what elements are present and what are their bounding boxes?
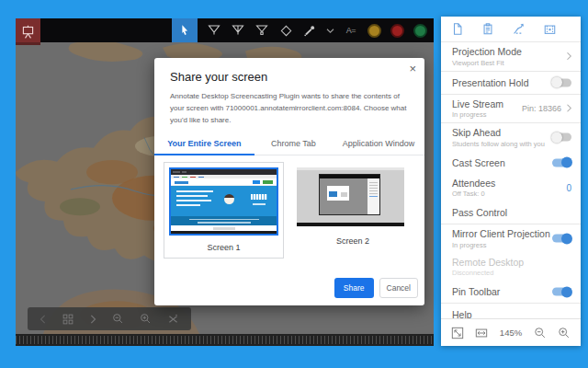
background-frame: A= [0, 0, 588, 368]
pin-toolbar-toggle[interactable] [552, 288, 571, 296]
fit-width-button[interactable] [475, 327, 488, 339]
color-red-button[interactable] [390, 24, 404, 38]
marker-tool-button[interactable] [254, 23, 269, 38]
draw-tool-button[interactable] [302, 23, 317, 38]
item-label: Remote Desktop [452, 258, 570, 268]
item-label: Pass Control [452, 208, 570, 218]
mirror-client-projection-toggle[interactable] [552, 235, 571, 243]
pen-nib-square-icon [254, 23, 269, 38]
sidebar-item-presentation-hold[interactable]: Presentation Hold [441, 72, 581, 94]
sidebar-item-skip-ahead[interactable]: Skip Ahead Students follow along with yo… [441, 123, 581, 152]
screen-options: Screen 1 Screen 2 [164, 162, 424, 259]
sidebar-item-pin-toolbar[interactable]: Pin Toolbar [441, 281, 581, 303]
close-icon[interactable]: × [409, 63, 416, 75]
text-tool-button[interactable]: A= [344, 23, 358, 38]
flow-button[interactable] [512, 22, 526, 36]
color-yellow-button[interactable] [368, 24, 381, 38]
document-icon [451, 22, 464, 36]
shape-tool-button[interactable] [278, 23, 293, 38]
video-button[interactable] [543, 23, 557, 36]
item-sub: Viewport Best Fit [452, 60, 570, 67]
tool-dropdown-button[interactable] [326, 23, 334, 38]
sidebar-zoom-in-button[interactable] [558, 327, 571, 339]
dialog-title: Share your screen [170, 70, 409, 84]
presentation-hold-toggle[interactable] [552, 78, 571, 86]
zoom-level: 145% [500, 328, 522, 338]
sidebar-item-live-stream[interactable]: Live Stream In progress Pin: 18366 [441, 95, 581, 123]
annotation-toolbar: A= [16, 18, 434, 42]
projector-screen-icon [20, 24, 36, 40]
skip-ahead-toggle[interactable] [552, 133, 571, 142]
fit-screen-button[interactable] [451, 327, 464, 339]
screen-2-label: Screen 2 [297, 236, 409, 246]
tab-chrome-tab[interactable]: Chrome Tab [254, 134, 333, 155]
share-source-tabs: Your Entire Screen Chrome Tab Applicatio… [154, 134, 424, 155]
pen-nib-icon [207, 23, 221, 38]
sidebar-item-attendees[interactable]: Attendees Off Task: 0 0 [441, 174, 581, 202]
new-page-button[interactable] [451, 22, 464, 36]
flow-arrow-icon [512, 22, 526, 36]
chevron-right-icon [566, 104, 571, 112]
zoom-out-icon [534, 327, 547, 339]
screen-2-thumbnail [297, 167, 404, 226]
item-sub: Disconnected [452, 270, 570, 277]
cast-screen-toggle[interactable] [552, 158, 571, 167]
fit-width-icon [475, 327, 488, 339]
item-label: Attendees [452, 178, 570, 189]
chevron-right-icon [566, 52, 571, 61]
zoom-in-icon [558, 327, 571, 339]
sidebar-zoom-out-button[interactable] [534, 327, 547, 339]
sidebar-item-mirror-client-projection[interactable]: Mirror Client Projection In progress [441, 224, 581, 253]
sidebar-quick-actions [441, 17, 581, 41]
avatar [224, 194, 234, 204]
color-green-button[interactable] [413, 24, 427, 38]
cancel-button[interactable]: Cancel [379, 278, 418, 298]
screen-1-option[interactable]: Screen 1 [164, 162, 284, 259]
screen-1-thumbnail [169, 167, 278, 236]
text-tool-label: A= [346, 26, 356, 35]
share-button[interactable]: Share [334, 278, 374, 298]
screen-1-label: Screen 1 [169, 243, 278, 252]
chevron-down-icon [326, 28, 334, 34]
pen-nib-line-icon [231, 23, 245, 38]
cursor-icon [178, 24, 191, 37]
annotate-logo[interactable] [16, 18, 40, 45]
diamond-icon [279, 24, 293, 38]
tab-application-window[interactable]: Application Window [333, 134, 424, 155]
attendees-count: 0 [566, 182, 571, 192]
cursor-tool-button[interactable] [172, 18, 198, 42]
sidebar-item-projection-mode[interactable]: Projection Mode Viewport Best Fit [441, 42, 581, 71]
item-sub: Off Task: 0 [452, 190, 570, 198]
fit-screen-icon [451, 327, 464, 339]
live-stream-pin: Pin: 18366 [522, 104, 561, 113]
sidebar-zoom-bar: 145% [441, 318, 581, 346]
sidebar-item-remote-desktop[interactable]: Remote Desktop Disconnected [441, 253, 581, 282]
sidebar-item-pass-control[interactable]: Pass Control [441, 201, 581, 224]
dialog-body-text: Annotate Desktop Screencasting Plugin wa… [170, 91, 409, 126]
marker-pen-icon [302, 23, 317, 38]
item-label: Projection Mode [452, 47, 570, 57]
tab-entire-screen[interactable]: Your Entire Screen [154, 134, 254, 155]
mirror-sidebar: Projection Mode Viewport Best Fit Presen… [441, 17, 581, 346]
video-film-icon [543, 23, 557, 36]
screen-2-option[interactable]: Screen 2 [297, 162, 409, 259]
clipboard-icon [481, 22, 494, 36]
highlighter-tool-button[interactable] [231, 23, 245, 38]
sidebar-item-cast-screen[interactable]: Cast Screen [441, 152, 581, 174]
share-screen-dialog: Share your screen × Annotate Desktop Scr… [154, 58, 424, 305]
pen-tool-button[interactable] [207, 23, 221, 38]
attendance-button[interactable] [481, 22, 494, 36]
